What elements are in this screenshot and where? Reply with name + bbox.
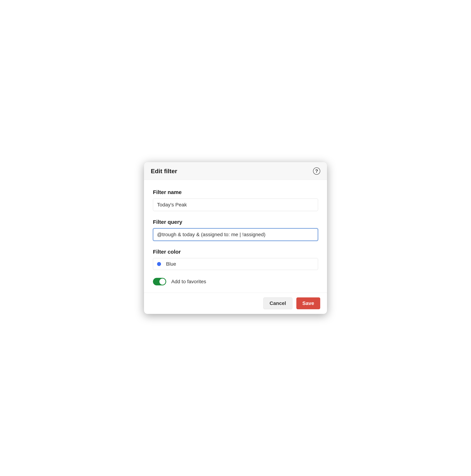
filter-color-value: Blue [166,261,176,267]
filter-query-label: Filter query [153,219,318,225]
color-dot-icon [157,262,161,266]
filter-query-input[interactable] [153,228,318,241]
filter-query-group: Filter query [153,219,318,241]
cancel-button[interactable]: Cancel [263,297,292,309]
filter-name-group: Filter name [153,189,318,211]
filter-color-group: Filter color Blue [153,249,318,270]
favorites-toggle[interactable] [153,278,166,285]
filter-color-label: Filter color [153,249,318,255]
filter-color-select[interactable]: Blue [153,258,318,270]
filter-name-label: Filter name [153,189,318,195]
favorites-label: Add to favorites [171,279,206,285]
filter-name-input[interactable] [153,199,318,211]
help-icon[interactable]: ? [313,168,320,175]
favorites-row: Add to favorites [153,278,318,285]
dialog-footer: Cancel Save [144,292,327,314]
dialog-title: Edit filter [151,168,177,175]
dialog-body: Filter name Filter query Filter color Bl… [144,180,327,292]
dialog-header: Edit filter ? [144,162,327,180]
edit-filter-dialog: Edit filter ? Filter name Filter query F… [144,162,327,314]
save-button[interactable]: Save [296,297,320,309]
toggle-knob-icon [159,279,166,285]
